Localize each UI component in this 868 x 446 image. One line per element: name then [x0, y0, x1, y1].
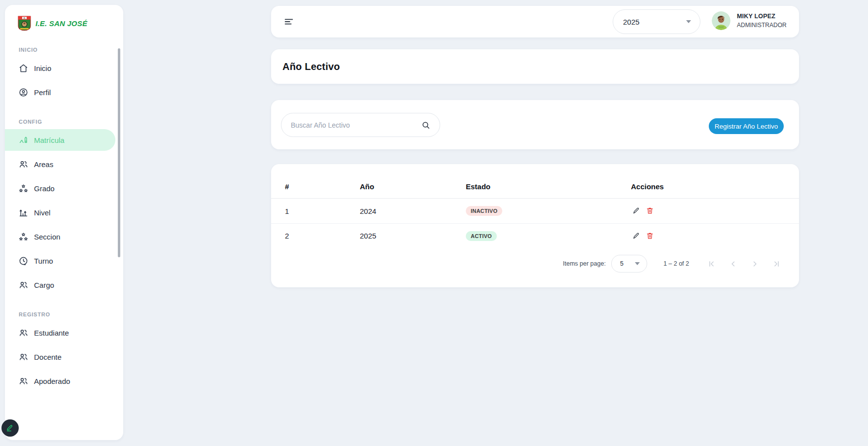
search-icon[interactable]: [421, 120, 431, 130]
edit-icon: [632, 206, 640, 215]
stars-hierarchy-icon: [18, 183, 29, 194]
menu-icon: [283, 16, 294, 27]
sidebar-section-label-registro: REGISTRO: [19, 311, 123, 317]
sidebar-item-label: Seccion: [34, 233, 60, 241]
user-role: ADMINISTRADOR: [737, 22, 787, 29]
person-circle-icon: [18, 87, 29, 98]
year-select[interactable]: 2025: [613, 9, 700, 34]
sidebar-item-nivel[interactable]: Nivel: [5, 202, 115, 223]
search-input[interactable]: [281, 121, 421, 129]
logo-title: I.E. SAN JOSÉ: [35, 19, 87, 28]
table-row: 22025ACTIVO: [271, 223, 799, 248]
status-badge: INACTIVO: [466, 206, 502, 216]
sidebar-item-label: Perfil: [34, 88, 51, 97]
sidebar-item-grado[interactable]: Grado: [5, 177, 115, 199]
people-icon: [18, 376, 29, 386]
page-range-label: 1 – 2 of 2: [663, 260, 689, 267]
table-body: 12024INACTIVO22025ACTIVO: [271, 199, 799, 248]
sidebar-item-label: Apoderado: [34, 377, 70, 385]
delete-button[interactable]: [645, 206, 655, 216]
paginator: Items per page: 5 1 – 2 of 2: [563, 254, 781, 274]
next-page-button[interactable]: [750, 259, 760, 269]
sidebar-item-matricula[interactable]: Matrícula: [5, 129, 115, 151]
sidebar-item-label: Nivel: [34, 208, 50, 217]
sidebar-section-label-inicio: INICIO: [19, 47, 123, 53]
previous-page-button[interactable]: [729, 259, 738, 269]
cell-year: 2024: [360, 207, 466, 215]
chevron-down-icon: [686, 20, 691, 23]
trash-icon: [646, 232, 654, 240]
clock-icon: [18, 256, 29, 266]
sidebar-item-docente[interactable]: Docente: [5, 346, 115, 368]
chevron-down-icon: [635, 262, 640, 265]
sidebar-section-label-config: CONFIG: [19, 119, 123, 125]
page-header: Año Lectivo: [271, 49, 799, 84]
sidebar: I.E. I.E. SAN JOSÉ INICIOInicioPerfilCON…: [5, 5, 123, 440]
edit-icon: [632, 232, 640, 240]
people-icon: [18, 352, 29, 362]
table-header-row: #AñoEstadoAcciones: [271, 164, 799, 199]
topbar: 2025 MIKY LOPEZ ADMINISTRADOR: [271, 6, 799, 37]
sidebar-nav: INICIOInicioPerfilCONFIGMatrículaAreasGr…: [5, 47, 123, 392]
sidebar-item-label: Turno: [34, 257, 53, 265]
cell-index: 2: [285, 232, 360, 240]
sidebar-item-label: Cargo: [34, 281, 54, 289]
edit-button[interactable]: [631, 206, 641, 216]
search-field: [281, 113, 440, 137]
people-icon: [18, 159, 29, 170]
toolbar: Registrar Año Lectivo: [271, 100, 799, 149]
pencil-icon: [5, 423, 15, 433]
column-header-estado: Estado: [466, 182, 631, 191]
avatar[interactable]: [712, 11, 730, 30]
sidebar-item-areas[interactable]: Areas: [5, 153, 115, 175]
sidebar-item-estudiante[interactable]: Estudiante: [5, 322, 115, 343]
table-row: 12024INACTIVO: [271, 199, 799, 223]
sidebar-item-perfil[interactable]: Perfil: [5, 81, 115, 103]
page-title: Año Lectivo: [282, 61, 340, 72]
column-header-acciones: Acciones: [631, 182, 786, 191]
stars-hierarchy-icon: [18, 232, 29, 242]
year-table-card: #AñoEstadoAcciones 12024INACTIVO22025ACT…: [271, 164, 799, 287]
first-page-button[interactable]: [707, 259, 716, 269]
sidebar-item-seccion[interactable]: Seccion: [5, 226, 115, 247]
sidebar-scrollbar[interactable]: [118, 48, 120, 257]
logo: I.E. I.E. SAN JOSÉ: [5, 5, 123, 31]
edit-button[interactable]: [631, 231, 641, 241]
cell-index: 1: [285, 207, 360, 215]
register-year-button[interactable]: Registrar Año Lectivo: [709, 118, 784, 134]
column-header-ano: Año: [360, 182, 466, 191]
trash-icon: [646, 206, 654, 215]
signature-icon: [18, 135, 29, 145]
people-icon: [18, 328, 29, 338]
sidebar-item-label: Matrícula: [34, 136, 65, 144]
page-size-value: 5: [620, 260, 624, 267]
svg-text:I.E.: I.E.: [23, 17, 26, 19]
page-size-select[interactable]: 5: [611, 255, 647, 273]
sidebar-item-label: Docente: [34, 353, 62, 361]
sidebar-item-label: Grado: [34, 184, 55, 193]
sidebar-toggle-button[interactable]: [280, 13, 298, 31]
home-icon: [18, 63, 29, 73]
status-badge: ACTIVO: [466, 231, 497, 241]
delete-button[interactable]: [645, 231, 655, 241]
items-per-page-label: Items per page:: [563, 260, 606, 267]
edit-fab-button[interactable]: [1, 419, 19, 437]
user-menu[interactable]: MIKY LOPEZ ADMINISTRADOR: [712, 11, 787, 30]
year-select-value: 2025: [623, 18, 639, 26]
cell-year: 2025: [360, 232, 466, 240]
school-crest-icon: I.E.: [18, 16, 31, 31]
people-icon: [18, 280, 29, 290]
sidebar-item-apoderado[interactable]: Apoderado: [5, 370, 115, 392]
sidebar-item-label: Inicio: [34, 64, 51, 72]
last-page-button[interactable]: [772, 259, 781, 269]
column-header--: #: [285, 182, 360, 191]
sidebar-item-inicio[interactable]: Inicio: [5, 57, 115, 79]
sidebar-item-label: Estudiante: [34, 329, 69, 337]
user-name: MIKY LOPEZ: [737, 13, 787, 20]
sidebar-item-cargo[interactable]: Cargo: [5, 274, 115, 296]
sidebar-item-turno[interactable]: Turno: [5, 250, 115, 272]
levels-icon: [18, 207, 29, 218]
sidebar-item-label: Areas: [34, 160, 53, 169]
